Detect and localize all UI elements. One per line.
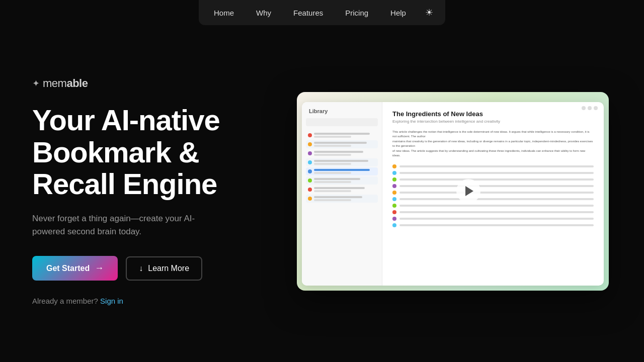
sidebar-item-content <box>314 133 376 138</box>
bullet-row <box>392 217 594 221</box>
sidebar-line-primary <box>314 160 368 162</box>
right-column: Library <box>294 92 612 291</box>
logo-text: memable <box>43 77 88 90</box>
sidebar-item-content <box>314 151 376 156</box>
bullet-icon <box>392 164 396 168</box>
bullet-icon <box>392 204 396 208</box>
bullet-text-bar <box>399 205 594 207</box>
sign-in-link[interactable]: Sign in <box>100 297 123 305</box>
window-control-dot <box>582 106 586 110</box>
app-preview: Library <box>297 92 609 291</box>
bullet-text-bar <box>399 185 594 187</box>
sidebar-list-item <box>306 195 378 203</box>
sidebar-item-content <box>314 142 376 147</box>
sidebar-dot-icon <box>308 133 312 137</box>
bullet-icon <box>392 171 396 175</box>
bullet-text-bar <box>399 192 594 194</box>
app-sidebar: Library <box>302 102 382 286</box>
sidebar-dot-icon <box>308 197 312 201</box>
sidebar-line-secondary <box>314 163 351 165</box>
logo: ✦ memable <box>32 77 274 90</box>
main-content: ✦ memable Your AI-native Bookmark & Reca… <box>0 0 644 362</box>
nav-inner: Home Why Features Pricing Help ☀ <box>199 0 445 25</box>
sidebar-line-primary <box>314 178 360 180</box>
sidebar-list-item <box>306 131 378 139</box>
body-line-1: This article challenges the notion that … <box>392 130 590 138</box>
nav-item-why[interactable]: Why <box>245 2 282 24</box>
sidebar-list-item <box>306 158 378 166</box>
sidebar-item-content <box>314 160 376 165</box>
logo-mem: mem <box>43 77 66 89</box>
sidebar-line-secondary <box>314 190 351 192</box>
headline-line1: Your AI-native <box>32 104 220 136</box>
bullet-icon <box>392 191 396 195</box>
bullet-list <box>392 164 594 227</box>
headline-line2: Bookmark & <box>32 136 199 168</box>
sidebar-line-primary <box>314 187 365 189</box>
bullet-row <box>392 223 594 227</box>
sidebar-dot-icon <box>308 178 312 183</box>
bullet-row <box>392 210 594 214</box>
body-line-2: maintains that creativity is the generat… <box>392 140 593 148</box>
bullet-icon <box>392 177 396 182</box>
window-control-dot <box>588 106 592 110</box>
bullet-text-bar <box>399 198 594 200</box>
sidebar-item-content <box>314 196 376 201</box>
sidebar-search-bar <box>306 118 378 126</box>
sidebar-line-primary <box>314 169 370 171</box>
bullet-text-bar <box>399 172 594 174</box>
logo-able: able <box>66 77 88 89</box>
sidebar-dot-icon <box>308 151 312 155</box>
article-body: This article challenges the notion that … <box>392 130 594 159</box>
bullet-text-bar <box>399 224 594 226</box>
sidebar-dot-icon <box>308 142 312 146</box>
bullet-icon <box>392 197 396 201</box>
window-control-dot <box>594 106 598 110</box>
sidebar-line-primary <box>314 142 367 144</box>
left-column: ✦ memable Your AI-native Bookmark & Reca… <box>32 77 274 305</box>
sidebar-list-item <box>306 140 378 148</box>
theme-toggle-button[interactable]: ☀ <box>417 0 441 25</box>
sidebar-line-primary <box>314 151 363 153</box>
hero-subtitle: Never forget a thing again—create your A… <box>32 212 223 238</box>
sidebar-line-secondary <box>314 154 351 156</box>
bullet-icon <box>392 184 396 188</box>
sidebar-dot-icon <box>308 160 312 164</box>
sidebar-dot-icon <box>308 169 312 173</box>
bullet-icon <box>392 210 396 214</box>
nav-item-help[interactable]: Help <box>379 2 417 24</box>
sidebar-list-item <box>306 176 378 185</box>
bullet-icon <box>392 223 396 227</box>
already-member-text: Already a member? <box>32 297 98 305</box>
body-line-3: of new ideas. The article suggests that … <box>392 149 585 157</box>
main-nav: Home Why Features Pricing Help ☀ <box>0 0 644 25</box>
nav-item-home[interactable]: Home <box>203 2 245 24</box>
bullet-text-bar <box>399 218 594 220</box>
sidebar-list-item-active <box>306 167 378 175</box>
bullet-row <box>392 171 594 175</box>
learn-more-button[interactable]: ↓ Learn More <box>126 256 202 281</box>
sidebar-list-item <box>306 186 378 194</box>
cta-buttons: Get Started → ↓ Learn More <box>32 256 274 281</box>
bullet-text-bar <box>399 165 594 167</box>
bullet-row <box>392 191 594 195</box>
get-started-button[interactable]: Get Started → <box>32 256 118 281</box>
play-triangle-icon <box>465 186 473 196</box>
sidebar-line-primary <box>314 133 370 135</box>
sidebar-line-secondary <box>314 136 351 138</box>
hero-headline: Your AI-native Bookmark & Recall Engine <box>32 104 274 200</box>
nav-item-features[interactable]: Features <box>282 2 334 24</box>
sidebar-item-content <box>314 169 376 174</box>
get-started-label: Get Started <box>46 264 90 273</box>
sidebar-line-secondary <box>314 199 351 201</box>
logo-star-icon: ✦ <box>32 78 40 89</box>
app-main-content: The Ingredients of New Ideas Exploring t… <box>382 102 604 286</box>
sidebar-list-item <box>306 149 378 157</box>
bullet-row <box>392 184 594 188</box>
app-window: Library <box>302 102 604 286</box>
sidebar-item-content <box>314 178 376 183</box>
play-button[interactable] <box>456 179 480 203</box>
nav-item-pricing[interactable]: Pricing <box>334 2 379 24</box>
sidebar-line-secondary <box>314 145 351 147</box>
headline-line3: Recall Engine <box>32 167 217 200</box>
